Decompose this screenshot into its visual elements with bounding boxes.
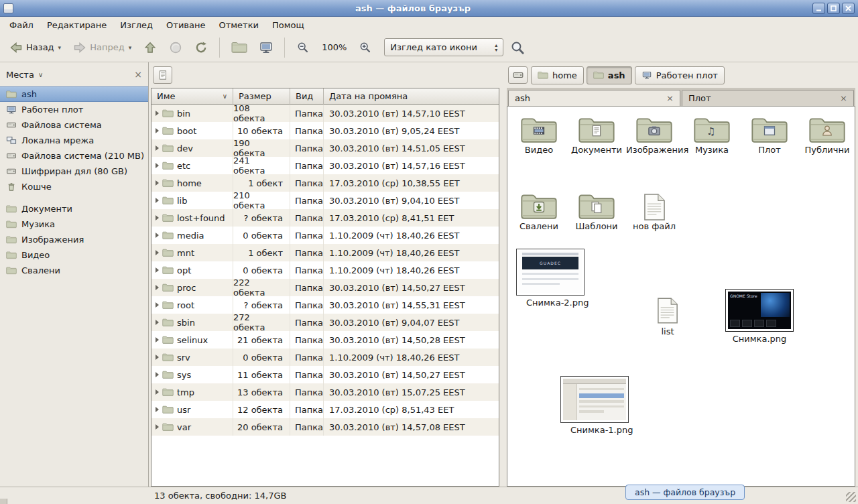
- file-snimka1[interactable]: Снимка-1.png: [557, 376, 632, 436]
- icon-item-Шаблони[interactable]: Шаблони: [568, 190, 625, 232]
- table-row-bin[interactable]: bin 108 обекта Папка 30.03.2010 (вт) 14,…: [151, 105, 499, 122]
- path-button-home[interactable]: home: [531, 66, 584, 84]
- table-row-root[interactable]: root ? обекта Папка 30.03.2010 (вт) 14,5…: [151, 296, 499, 314]
- table-row-var[interactable]: var 20 обекта Папка 30.03.2010 (вт) 14,5…: [151, 418, 499, 436]
- table-row-media[interactable]: media 0 обекта Папка 1.10.2009 (чт) 18,4…: [151, 227, 499, 244]
- expander-icon[interactable]: [156, 250, 159, 255]
- icon-item-Изображения[interactable]: Изображения: [625, 113, 683, 155]
- titlebar[interactable]: ash — файлов браузър: [0, 0, 858, 17]
- icon-item-Видео[interactable]: Видео: [510, 113, 568, 155]
- icon-item-Плот[interactable]: Плот: [741, 113, 798, 155]
- expander-icon[interactable]: [156, 145, 159, 151]
- file-snimka2[interactable]: GUADEC Снимка-2.png: [513, 249, 588, 308]
- sidebar-item-Документи[interactable]: Документи: [0, 201, 148, 216]
- menu-item-3[interactable]: Отиване: [160, 18, 212, 32]
- sidebar-item-Локална мрежа[interactable]: Локална мрежа: [0, 133, 148, 148]
- icon-view[interactable]: Видео Документи Изображения Музика Плот …: [507, 107, 855, 487]
- menu-item-1[interactable]: Редактиране: [40, 18, 113, 32]
- resize-grip[interactable]: [846, 492, 856, 502]
- table-row-lost+found[interactable]: lost+found ? обекта Папка 17.03.2010 (ср…: [151, 209, 499, 227]
- table-row-mnt[interactable]: mnt 1 обект Папка 1.10.2009 (чт) 18,40,2…: [151, 244, 499, 261]
- minimize-button[interactable]: [812, 3, 825, 14]
- table-row-home[interactable]: home 1 обект Папка 17.03.2010 (ср) 10,38…: [151, 174, 499, 192]
- expander-icon[interactable]: [156, 302, 159, 308]
- zoom-in-button[interactable]: [353, 36, 377, 59]
- expander-icon[interactable]: [156, 407, 159, 412]
- tab-close-icon[interactable]: ×: [840, 94, 847, 103]
- table-row-lib[interactable]: lib 210 обекта Папка 30.03.2010 (вт) 9,0…: [151, 192, 499, 209]
- taskbar-window-button[interactable]: ash — файлов браузър: [625, 485, 745, 500]
- pane-location-button[interactable]: [153, 66, 172, 84]
- icon-item-Свалени[interactable]: Свалени: [510, 190, 568, 232]
- expander-icon[interactable]: [156, 372, 159, 377]
- path-button-Работен плот[interactable]: Работен плот: [635, 66, 725, 84]
- search-button[interactable]: [505, 36, 530, 60]
- computer-button[interactable]: [254, 36, 278, 59]
- expander-icon[interactable]: [156, 180, 159, 186]
- forward-button[interactable]: Напред ▾: [68, 36, 137, 59]
- sidebar-item-ash[interactable]: ash: [0, 86, 148, 102]
- file-snimka[interactable]: GNOME Store Снимка.png: [722, 289, 797, 344]
- sidebar-item-Видео[interactable]: Видео: [0, 247, 148, 263]
- expander-icon[interactable]: [156, 128, 159, 133]
- sidebar-item-Файлова система (210 MB)[interactable]: Файлова система (210 MB): [0, 148, 148, 164]
- menu-item-2[interactable]: Изглед: [113, 18, 160, 32]
- column-header-name[interactable]: Име ∨: [151, 88, 233, 105]
- column-header-type[interactable]: Вид: [290, 88, 324, 105]
- view-mode-select[interactable]: Изглед като икони ▴▾: [384, 38, 503, 56]
- up-button[interactable]: [138, 36, 162, 59]
- table-row-dev[interactable]: dev 190 обекта Папка 30.03.2010 (вт) 14,…: [151, 139, 499, 157]
- table-row-opt[interactable]: opt 0 обекта Папка 1.10.2009 (чт) 18,40,…: [151, 261, 499, 279]
- stop-button[interactable]: [164, 36, 188, 59]
- zoom-out-button[interactable]: [291, 36, 315, 59]
- back-button[interactable]: Назад ▾: [4, 36, 66, 59]
- table-row-srv[interactable]: srv 0 обекта Папка 1.10.2009 (чт) 18,40,…: [151, 349, 499, 366]
- table-row-boot[interactable]: boot 10 обекта Папка 30.03.2010 (вт) 9,0…: [151, 122, 499, 139]
- expander-icon[interactable]: [156, 337, 159, 342]
- expander-icon[interactable]: [156, 163, 159, 168]
- expander-icon[interactable]: [156, 198, 159, 203]
- menu-item-4[interactable]: Отметки: [212, 18, 265, 32]
- menu-item-0[interactable]: Файл: [3, 18, 40, 32]
- reload-button[interactable]: [189, 36, 213, 59]
- tab-close-icon[interactable]: ×: [666, 94, 674, 103]
- expander-icon[interactable]: [156, 355, 159, 360]
- expander-icon[interactable]: [156, 389, 159, 395]
- icon-item-Музика[interactable]: Музика: [683, 113, 741, 155]
- close-button[interactable]: [842, 3, 855, 14]
- tab-ash[interactable]: ash ×: [508, 90, 680, 106]
- column-header-date[interactable]: Дата на промяна: [324, 88, 499, 105]
- maximize-button[interactable]: [827, 3, 840, 14]
- icon-item-нов файл[interactable]: нов файл: [625, 190, 683, 232]
- table-row-etc[interactable]: etc 241 обекта Папка 30.03.2010 (вт) 14,…: [151, 157, 499, 174]
- expander-icon[interactable]: [156, 233, 159, 238]
- expander-icon[interactable]: [156, 285, 159, 290]
- table-row-sys[interactable]: sys 11 обекта Папка 30.03.2010 (вт) 14,5…: [151, 366, 499, 383]
- sidebar-item-Работен плот[interactable]: Работен плот: [0, 102, 148, 117]
- icon-item-Документи[interactable]: Документи: [568, 113, 625, 155]
- expander-icon[interactable]: [156, 267, 159, 273]
- sidebar-item-Свалени[interactable]: Свалени: [0, 263, 148, 278]
- expander-icon[interactable]: [156, 215, 159, 220]
- expander-icon[interactable]: [156, 320, 159, 325]
- sidebar-item-Изображения[interactable]: Изображения: [0, 232, 148, 247]
- file-list-item[interactable]: list: [646, 297, 690, 337]
- home-button[interactable]: [226, 36, 253, 58]
- expander-icon[interactable]: [156, 111, 159, 116]
- sidebar-item-Файлова система[interactable]: Файлова система: [0, 117, 148, 133]
- menu-item-5[interactable]: Помощ: [265, 18, 311, 32]
- sidebar-item-Шифриран дял (80 GB)[interactable]: Шифриран дял (80 GB): [0, 164, 148, 179]
- sidebar-title[interactable]: Места: [6, 70, 34, 80]
- table-row-proc[interactable]: proc 222 обекта Папка 30.03.2010 (вт) 14…: [151, 279, 499, 296]
- expander-icon[interactable]: [156, 424, 159, 430]
- table-row-usr[interactable]: usr 12 обекта Папка 17.03.2010 (ср) 8,51…: [151, 401, 499, 418]
- path-root-button[interactable]: [508, 66, 528, 84]
- sidebar-item-Музика[interactable]: Музика: [0, 216, 148, 232]
- table-row-sbin[interactable]: sbin 272 обекта Папка 30.03.2010 (вт) 9,…: [151, 314, 499, 331]
- sidebar-item-Кошче[interactable]: Кошче: [0, 179, 148, 194]
- column-header-size[interactable]: Размер: [233, 88, 290, 105]
- sidebar-mode-caret-icon[interactable]: ∨: [38, 71, 43, 78]
- icon-item-Публични[interactable]: Публични: [798, 113, 855, 155]
- path-button-ash[interactable]: ash: [587, 66, 632, 84]
- back-history-dropdown-icon[interactable]: ▾: [58, 44, 62, 51]
